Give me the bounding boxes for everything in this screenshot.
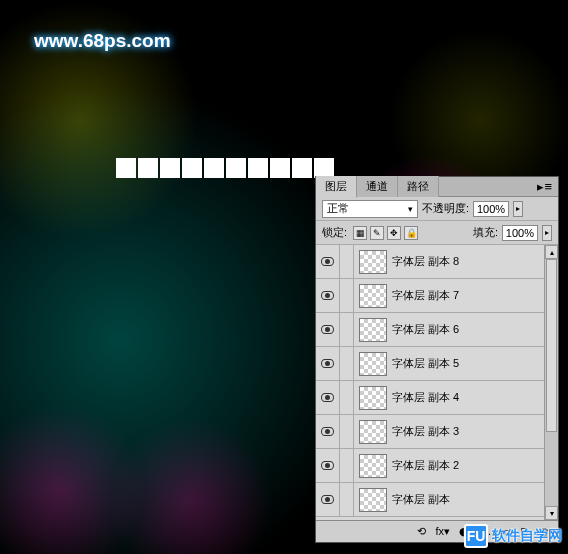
layer-row[interactable]: 字体层 副本 3 xyxy=(316,415,544,449)
link-column[interactable] xyxy=(340,381,354,414)
lock-transparent-icon[interactable]: ▦ xyxy=(353,226,367,240)
layer-name[interactable]: 字体层 副本 2 xyxy=(392,458,459,473)
link-column[interactable] xyxy=(340,313,354,346)
visibility-toggle[interactable] xyxy=(316,415,340,448)
placeholder-square xyxy=(138,158,158,178)
visibility-toggle[interactable] xyxy=(316,245,340,278)
tab-paths[interactable]: 路径 xyxy=(398,176,439,197)
lock-buttons: ▦ ✎ ✥ 🔒 xyxy=(353,226,418,240)
panel-tabs: 图层 通道 路径 ▸≡ xyxy=(316,177,558,197)
link-column[interactable] xyxy=(340,415,354,448)
opacity-label: 不透明度: xyxy=(422,201,469,216)
layer-name[interactable]: 字体层 副本 7 xyxy=(392,288,459,303)
scrollbar-track[interactable] xyxy=(545,259,558,506)
lock-all-icon[interactable]: 🔒 xyxy=(404,226,418,240)
lock-position-icon[interactable]: ✥ xyxy=(387,226,401,240)
blend-mode-value: 正常 xyxy=(327,201,349,216)
layer-thumbnail[interactable] xyxy=(359,318,387,342)
brand-logo-icon: FU xyxy=(464,524,488,548)
layer-thumbnail[interactable] xyxy=(359,420,387,444)
blend-mode-select[interactable]: 正常 xyxy=(322,200,418,218)
link-column[interactable] xyxy=(340,245,354,278)
visibility-toggle[interactable] xyxy=(316,347,340,380)
layer-thumbnail[interactable] xyxy=(359,284,387,308)
visibility-toggle[interactable] xyxy=(316,381,340,414)
eye-icon xyxy=(321,325,334,334)
blend-row: 正常 不透明度: 100% ▸ xyxy=(316,197,558,221)
site-brand: FU 软件自学网 xyxy=(464,524,562,548)
eye-icon xyxy=(321,359,334,368)
layer-name[interactable]: 字体层 副本 5 xyxy=(392,356,459,371)
eye-icon xyxy=(321,495,334,504)
tab-channels[interactable]: 通道 xyxy=(357,176,398,197)
visibility-toggle[interactable] xyxy=(316,279,340,312)
layer-row[interactable]: 字体层 副本 xyxy=(316,483,544,517)
visibility-toggle[interactable] xyxy=(316,449,340,482)
opacity-flyout-icon[interactable]: ▸ xyxy=(513,201,523,217)
tab-layers[interactable]: 图层 xyxy=(316,176,357,198)
eye-icon xyxy=(321,393,334,402)
eye-icon xyxy=(321,427,334,436)
placeholder-square xyxy=(116,158,136,178)
panel-menu-icon[interactable]: ▸≡ xyxy=(537,179,552,194)
watermark-text: www.68ps.com xyxy=(34,30,171,52)
layers-panel: 图层 通道 路径 ▸≡ 正常 不透明度: 100% ▸ 锁定: ▦ ✎ ✥ 🔒 … xyxy=(315,176,559,543)
placeholder-square xyxy=(314,158,334,178)
layer-thumbnail[interactable] xyxy=(359,386,387,410)
link-layers-icon[interactable]: ⟲ xyxy=(417,525,426,538)
link-column[interactable] xyxy=(340,347,354,380)
layer-thumbnail[interactable] xyxy=(359,352,387,376)
fill-label: 填充: xyxy=(473,225,498,240)
scroll-up-icon[interactable]: ▴ xyxy=(545,245,558,259)
placeholder-squares xyxy=(116,158,334,178)
layer-name[interactable]: 字体层 副本 4 xyxy=(392,390,459,405)
layer-name[interactable]: 字体层 副本 8 xyxy=(392,254,459,269)
layer-row[interactable]: 字体层 副本 4 xyxy=(316,381,544,415)
fill-input[interactable]: 100% xyxy=(502,225,538,241)
opacity-input[interactable]: 100% xyxy=(473,201,509,217)
link-column[interactable] xyxy=(340,449,354,482)
layer-name[interactable]: 字体层 副本 6 xyxy=(392,322,459,337)
visibility-toggle[interactable] xyxy=(316,483,340,516)
eye-icon xyxy=(321,291,334,300)
layer-fx-icon[interactable]: fx▾ xyxy=(435,525,450,538)
placeholder-square xyxy=(248,158,268,178)
scrollbar[interactable]: ▴ ▾ xyxy=(544,245,558,520)
eye-icon xyxy=(321,257,334,266)
layer-row[interactable]: 字体层 副本 8 xyxy=(316,245,544,279)
scrollbar-thumb[interactable] xyxy=(546,259,557,432)
opacity-value: 100% xyxy=(477,203,505,215)
lock-row: 锁定: ▦ ✎ ✥ 🔒 填充: 100% ▸ xyxy=(316,221,558,245)
layer-row[interactable]: 字体层 副本 7 xyxy=(316,279,544,313)
placeholder-square xyxy=(182,158,202,178)
layer-thumbnail[interactable] xyxy=(359,250,387,274)
eye-icon xyxy=(321,461,334,470)
visibility-toggle[interactable] xyxy=(316,313,340,346)
lock-label: 锁定: xyxy=(322,225,347,240)
layer-row[interactable]: 字体层 副本 6 xyxy=(316,313,544,347)
scroll-down-icon[interactable]: ▾ xyxy=(545,506,558,520)
layer-name[interactable]: 字体层 副本 xyxy=(392,492,450,507)
layer-thumbnail[interactable] xyxy=(359,488,387,512)
link-column[interactable] xyxy=(340,279,354,312)
fill-flyout-icon[interactable]: ▸ xyxy=(542,225,552,241)
lock-pixels-icon[interactable]: ✎ xyxy=(370,226,384,240)
placeholder-square xyxy=(226,158,246,178)
brand-text: 软件自学网 xyxy=(492,527,562,545)
layers-list: 字体层 副本 8字体层 副本 7字体层 副本 6字体层 副本 5字体层 副本 4… xyxy=(316,245,544,520)
fill-value: 100% xyxy=(506,227,534,239)
layer-row[interactable]: 字体层 副本 2 xyxy=(316,449,544,483)
placeholder-square xyxy=(160,158,180,178)
placeholder-square xyxy=(204,158,224,178)
link-column[interactable] xyxy=(340,483,354,516)
placeholder-square xyxy=(270,158,290,178)
layer-thumbnail[interactable] xyxy=(359,454,387,478)
layer-row[interactable]: 字体层 副本 5 xyxy=(316,347,544,381)
layer-name[interactable]: 字体层 副本 3 xyxy=(392,424,459,439)
placeholder-square xyxy=(292,158,312,178)
